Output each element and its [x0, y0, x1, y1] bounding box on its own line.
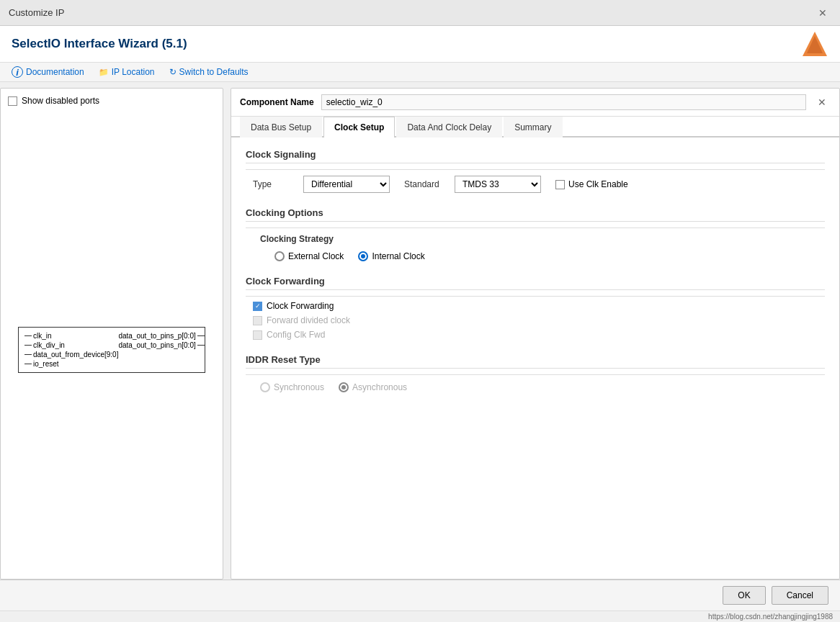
tab-summary-label: Summary [514, 122, 551, 132]
app-title: SelectIO Interface Wizard (5.1) [12, 31, 187, 57]
forward-divided-clock-row: Forward divided clock [246, 315, 825, 325]
ip-location-link[interactable]: 📁 IP Location [99, 67, 155, 77]
use-clk-enable-label: Use Clk Enable [568, 179, 628, 189]
switch-defaults-label: Switch to Defaults [179, 67, 249, 77]
tab-clock-setup[interactable]: Clock Setup [323, 117, 395, 138]
component-name-row: Component Name ✕ [231, 89, 839, 117]
clock-signaling-section: Clock Signaling Type Differential Single… [246, 149, 825, 193]
port-clk-in: clk_in [24, 332, 118, 340]
tab-data-bus-setup[interactable]: Data Bus Setup [240, 117, 322, 138]
divider-2 [246, 227, 825, 228]
synchronous-label: Synchronous [274, 382, 324, 392]
standard-select[interactable]: TMDS 33 LVDS LVDS_25 [455, 176, 541, 193]
port-io-reset: io_reset [24, 360, 118, 368]
bottom-bar: OK Cancel [0, 580, 840, 610]
port-data-out-from-device: data_out_from_device[9:0] [24, 351, 118, 359]
show-disabled-row: Show disabled ports [8, 96, 215, 106]
port-label-io-reset: io_reset [33, 360, 59, 368]
ip-location-label: IP Location [112, 67, 155, 77]
diagram-box: clk_in clk_div_in data_out_from_device[9… [18, 327, 205, 373]
clock-forwarding-title: Clock Forwarding [246, 276, 825, 290]
tab-summary[interactable]: Summary [504, 117, 562, 138]
iddr-reset-title: IDDR Reset Type [246, 354, 825, 369]
clear-component-name-button[interactable]: ✕ [813, 95, 831, 109]
type-select[interactable]: Differential Single [303, 176, 390, 193]
component-name-input[interactable] [321, 94, 806, 110]
config-clk-fwd-checkbox[interactable] [253, 330, 262, 340]
use-clk-enable-checkbox[interactable] [555, 180, 565, 189]
url-bar: https://blog.csdn.net/zhangjingjing1988 [0, 610, 840, 622]
clock-forwarding-checkbox[interactable] [253, 302, 262, 311]
synchronous-radio [260, 382, 270, 392]
show-disabled-label: Show disabled ports [22, 96, 99, 106]
config-clk-fwd-row: Config Clk Fwd [246, 330, 825, 340]
iddr-reset-radio-group: Synchronous Asynchronous [246, 382, 825, 392]
standard-label: Standard [404, 179, 447, 189]
tab-clock-setup-label: Clock Setup [334, 122, 384, 132]
tab-data-and-clock-delay-label: Data And Clock Delay [407, 122, 491, 132]
clock-forwarding-section: Clock Forwarding Clock Forwarding Forwar… [246, 276, 825, 340]
port-label-clk-div-in: clk_div_in [33, 341, 65, 349]
asynchronous-label: Asynchronous [352, 382, 407, 392]
port-label-clk-in: clk_in [33, 332, 52, 340]
internal-clock-radio[interactable] [358, 251, 368, 261]
clock-type-row: Type Differential Single Standard TMDS 3… [246, 176, 825, 193]
cancel-button[interactable]: Cancel [772, 586, 828, 605]
component-diagram: clk_in clk_div_in data_out_from_device[9… [8, 127, 215, 572]
external-clock-option[interactable]: External Clock [274, 251, 344, 261]
left-panel: Show disabled ports clk_in clk_div_in [0, 88, 223, 580]
internal-clock-label: Internal Clock [372, 251, 424, 261]
title-bar-left: Customize IP [9, 7, 64, 18]
documentation-link[interactable]: i Documentation [12, 66, 84, 78]
port-label-data-out-from-device: data_out_from_device[9:0] [33, 351, 118, 359]
type-label: Type [253, 179, 296, 189]
url-text: https://blog.csdn.net/zhangjingjing1988 [708, 613, 833, 621]
clocking-strategy-block: Clocking Strategy External Clock Interna [246, 234, 825, 261]
tab-content-clock-setup: Clock Signaling Type Differential Single… [231, 138, 839, 579]
window-title: Customize IP [9, 7, 64, 18]
clock-signaling-title: Clock Signaling [246, 149, 825, 163]
refresh-icon: ↻ [169, 67, 177, 77]
info-icon: i [12, 66, 23, 78]
port-data-out-to-pins-n: data_out_to_pins_n[0:0] [118, 341, 204, 349]
port-label-data-out-to-pins-n: data_out_to_pins_n[0:0] [118, 341, 195, 349]
title-bar: Customize IP ✕ [0, 0, 840, 26]
ip-location-icon: 📁 [99, 68, 109, 77]
iddr-reset-section: IDDR Reset Type Synchronous Asynchronous [246, 354, 825, 392]
divider-4 [246, 374, 825, 375]
app-logo [801, 30, 828, 58]
main-window: Customize IP ✕ SelectIO Interface Wizard… [0, 0, 840, 622]
window-close-button[interactable]: ✕ [814, 6, 831, 20]
clock-forwarding-label: Clock Forwarding [267, 301, 334, 311]
switch-defaults-link[interactable]: ↻ Switch to Defaults [169, 67, 249, 77]
show-disabled-checkbox[interactable] [8, 96, 17, 106]
forward-divided-clock-checkbox[interactable] [253, 316, 262, 325]
port-clk-div-in: clk_div_in [24, 341, 118, 349]
tab-data-and-clock-delay[interactable]: Data And Clock Delay [396, 117, 502, 138]
right-panel: Component Name ✕ Data Bus Setup Clock Se… [231, 88, 840, 580]
use-clk-enable-row: Use Clk Enable [555, 179, 628, 189]
clocking-strategy-radio-group: External Clock Internal Clock [260, 251, 825, 261]
external-clock-label: External Clock [288, 251, 344, 261]
content-area: Show disabled ports clk_in clk_div_in [0, 88, 840, 580]
forward-divided-clock-label: Forward divided clock [267, 315, 350, 325]
port-label-data-out-to-pins-p: data_out_to_pins_p[0:0] [118, 332, 195, 340]
internal-clock-option[interactable]: Internal Clock [358, 251, 424, 261]
asynchronous-radio-dot [341, 385, 346, 389]
synchronous-option: Synchronous [260, 382, 324, 392]
external-clock-radio[interactable] [274, 251, 285, 261]
clocking-strategy-title: Clocking Strategy [260, 234, 825, 244]
divider-1 [246, 169, 825, 170]
ok-button[interactable]: OK [723, 586, 765, 605]
port-data-out-to-pins-p: data_out_to_pins_p[0:0] [118, 332, 204, 340]
asynchronous-option: Asynchronous [339, 382, 407, 392]
documentation-label: Documentation [26, 67, 84, 77]
clocking-options-section: Clocking Options Clocking Strategy Exter… [246, 207, 825, 261]
tab-data-bus-setup-label: Data Bus Setup [251, 122, 311, 132]
divider-3 [246, 296, 825, 297]
tabs-container: Data Bus Setup Clock Setup Data And Cloc… [231, 117, 839, 138]
config-clk-fwd-label: Config Clk Fwd [267, 330, 325, 340]
asynchronous-radio [339, 382, 349, 392]
component-name-label: Component Name [240, 97, 314, 107]
clocking-options-title: Clocking Options [246, 207, 825, 222]
